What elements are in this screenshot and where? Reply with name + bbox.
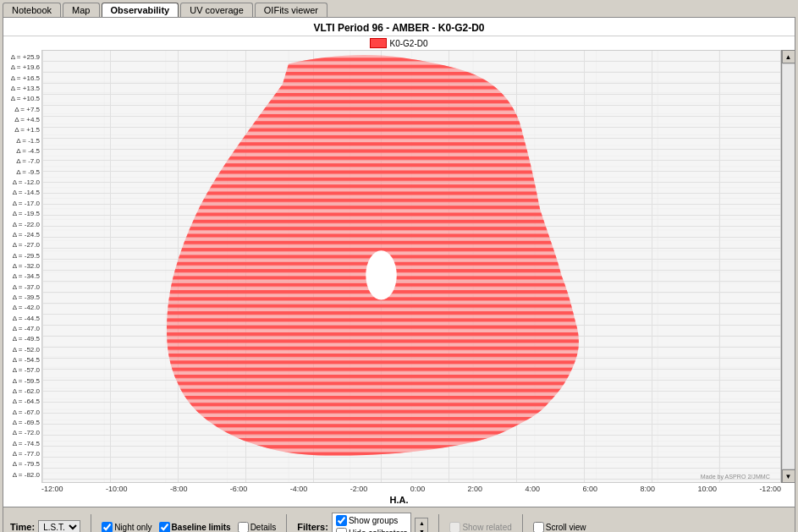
filter-arrows[interactable]: ▲ ▼ <box>415 518 428 532</box>
y-tick: Δ = +4.5 <box>5 117 40 123</box>
time-control: Time: L.S.T. U.T. <box>10 520 80 533</box>
scroll-view-checkbox[interactable] <box>533 522 544 533</box>
y-tick: Δ = -9.5 <box>5 169 40 176</box>
y-tick: Δ = -14.5 <box>5 189 40 196</box>
y-tick: Δ = -4.5 <box>5 148 40 155</box>
x-tick: -6:00 <box>230 485 248 493</box>
y-tick: Δ = -72.0 <box>5 430 40 436</box>
y-axis: Δ = +25.9 Δ = +19.6 Δ = +16.5 Δ = +13.5 … <box>3 50 41 483</box>
tab-uv-coverage[interactable]: UV coverage <box>180 3 253 17</box>
legend-label: K0-G2-D0 <box>389 39 427 48</box>
x-tick: -4:00 <box>290 485 308 493</box>
time-select[interactable]: L.S.T. U.T. <box>38 520 80 533</box>
observability-hole <box>366 250 397 299</box>
chart-title: VLTI Period 96 - AMBER - K0-G2-D0 <box>3 18 795 36</box>
legend-color-box <box>370 38 387 48</box>
y-tick: Δ = -47.0 <box>5 326 40 332</box>
legend-area: K0-G2-D0 <box>3 36 795 50</box>
filter-up-button[interactable]: ▲ <box>416 518 427 527</box>
hide-calibrators-checkbox[interactable] <box>336 528 347 532</box>
night-only-checkbox[interactable] <box>102 522 113 533</box>
scrollbar-down-button[interactable]: ▼ <box>782 469 795 483</box>
tab-map[interactable]: Map <box>63 3 99 17</box>
filters-label: Filters: <box>297 522 328 532</box>
x-tick: 0:00 <box>410 485 426 493</box>
tab-notebook[interactable]: Notebook <box>3 3 61 17</box>
baseline-limits-checkbox[interactable] <box>159 522 170 533</box>
show-groups-checkbox[interactable] <box>336 515 347 526</box>
tab-bar: Notebook Map Observability UV coverage O… <box>0 0 798 17</box>
x-tick: 6:00 <box>583 485 598 493</box>
y-tick: Δ = -62.0 <box>5 388 40 395</box>
separator-2 <box>286 514 287 532</box>
y-tick: Δ = -24.5 <box>5 232 40 239</box>
y-tick: Δ = -79.5 <box>5 461 40 468</box>
y-tick: Δ = +13.5 <box>5 85 40 92</box>
y-tick: Δ = -54.5 <box>5 357 40 364</box>
x-tick: 10:00 <box>697 485 717 493</box>
y-tick: Δ = -52.0 <box>5 347 40 354</box>
x-axis: -12:00 -10:00 -8:00 -6:00 -4:00 -2:00 0:… <box>3 483 795 493</box>
y-tick: Δ = -74.5 <box>5 441 40 447</box>
scrollbar-right[interactable]: ▲ ▼ <box>781 50 795 483</box>
filter-box: Show groups Hide calibrators <box>332 513 411 532</box>
y-tick: Δ = -39.5 <box>5 294 40 301</box>
y-tick: Δ = +25.9 <box>5 54 40 61</box>
x-axis-label: H.A. <box>3 493 795 507</box>
show-related-label: Show related <box>462 523 511 532</box>
hide-calibrators-label: Hide calibrators <box>349 529 407 532</box>
y-tick: Δ = -82.0 <box>5 472 40 479</box>
scrollbar-track[interactable] <box>782 63 795 469</box>
y-tick: Δ = -77.0 <box>5 451 40 458</box>
main-content: VLTI Period 96 - AMBER - K0-G2-D0 K0-G2-… <box>3 17 795 507</box>
y-tick: Δ = -12.0 <box>5 179 40 186</box>
tab-oifits-viewer[interactable]: OIFits viewer <box>255 3 327 17</box>
y-tick: Δ = -67.0 <box>5 409 40 416</box>
y-tick: Δ = -19.5 <box>5 211 40 217</box>
filters-control: Filters: Show groups Hide calibrators ▲ … <box>297 513 428 532</box>
y-tick: Δ = -27.0 <box>5 242 40 249</box>
chart-plot[interactable]: Made by ASPRO 2/JMMC <box>41 50 781 483</box>
details-checkbox[interactable] <box>238 522 249 533</box>
chart-area: Δ = +25.9 Δ = +19.6 Δ = +16.5 Δ = +13.5 … <box>3 50 795 483</box>
separator-1 <box>91 514 91 532</box>
x-tick: 4:00 <box>526 485 541 493</box>
y-tick: Δ = -17.0 <box>5 200 40 207</box>
y-tick: Δ = -37.0 <box>5 284 40 291</box>
y-tick: Δ = +7.5 <box>5 107 40 113</box>
tab-observability[interactable]: Observability <box>102 3 179 17</box>
y-tick: Δ = -7.0 <box>5 158 40 165</box>
watermark-text: Made by ASPRO 2/JMMC <box>701 473 770 480</box>
separator-4 <box>522 514 523 532</box>
show-related-checkbox[interactable] <box>449 522 460 533</box>
details-label: Details <box>250 523 277 532</box>
scrollbar-up-button[interactable]: ▲ <box>782 50 795 63</box>
y-tick: Δ = -29.5 <box>5 253 40 260</box>
baseline-limits-group: Baseline limits <box>159 522 231 533</box>
x-tick: 2:00 <box>468 485 483 493</box>
y-tick: Δ = -49.5 <box>5 336 40 343</box>
x-tick: 8:00 <box>640 485 655 493</box>
time-label: Time: <box>10 522 35 532</box>
baseline-limits-label: Baseline limits <box>172 523 231 532</box>
bottom-controls: Time: L.S.T. U.T. Night only Baseline li… <box>3 507 795 532</box>
observability-chart-svg: Made by ASPRO 2/JMMC <box>42 51 780 482</box>
y-tick: Δ = +16.5 <box>5 75 40 82</box>
y-tick: Δ = -34.5 <box>5 273 40 280</box>
x-tick: -2:00 <box>350 485 368 493</box>
hide-calibrators-group: Hide calibrators <box>336 528 407 532</box>
y-tick: Δ = -64.5 <box>5 398 40 405</box>
x-tick: -12:00 <box>41 485 63 493</box>
x-tick: -8:00 <box>170 485 188 493</box>
filter-down-button[interactable]: ▼ <box>416 527 427 532</box>
y-tick: Δ = +1.5 <box>5 127 40 134</box>
y-tick: Δ = -22.0 <box>5 222 40 228</box>
y-tick: Δ = +10.5 <box>5 96 40 102</box>
x-tick: -10:00 <box>106 485 128 493</box>
show-related-group: Show related <box>449 522 511 533</box>
scroll-view-label: Scroll view <box>546 523 586 532</box>
legend-item-k0g2d0: K0-G2-D0 <box>370 38 427 48</box>
y-tick: Δ = -69.5 <box>5 420 40 426</box>
x-tick: -12:00 <box>759 485 781 493</box>
details-group: Details <box>238 522 277 533</box>
